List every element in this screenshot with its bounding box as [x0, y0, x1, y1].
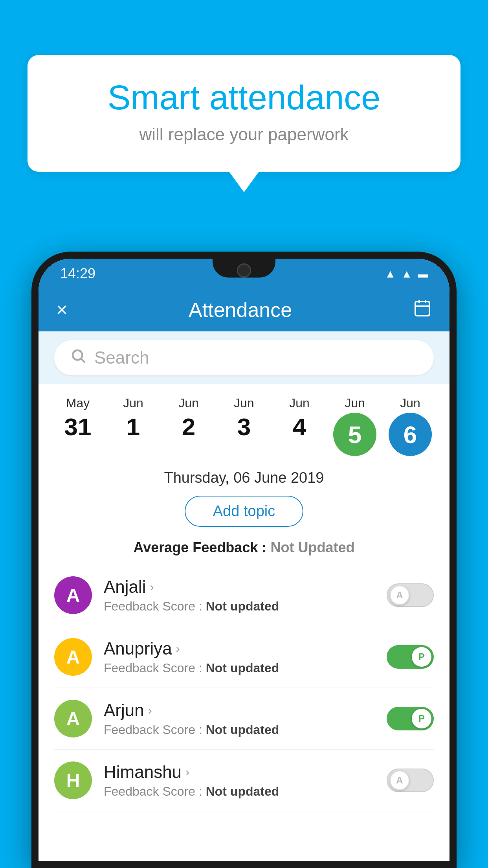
signal-icon [401, 267, 412, 280]
student-avatar: A [54, 576, 92, 614]
student-feedback: Feedback Score : Not updated [104, 723, 375, 737]
calendar-day-5[interactable]: Jun5 [331, 396, 378, 456]
toggle-container[interactable]: P [387, 645, 434, 669]
search-input[interactable]: Search [94, 348, 418, 368]
toggle-knob: P [412, 709, 431, 728]
student-name: Arjun › [104, 701, 375, 720]
cal-day: 4 [293, 413, 306, 441]
cal-month: Jun [234, 396, 254, 410]
student-feedback: Feedback Score : Not updated [104, 599, 375, 614]
toggle-container[interactable]: P [387, 707, 434, 730]
cal-month: Jun [400, 396, 420, 410]
cal-month: Jun [178, 396, 199, 410]
student-info: Anupriya ›Feedback Score : Not updated [104, 639, 375, 675]
cal-month: Jun [345, 396, 365, 410]
calendar-day-6[interactable]: Jun6 [387, 396, 434, 456]
search-bar-container: Search [39, 331, 449, 384]
student-avatar: H [54, 761, 92, 799]
cal-day-selected: 6 [389, 413, 432, 456]
status-icons [385, 267, 428, 280]
wifi-icon [385, 267, 396, 280]
chevron-icon: › [150, 580, 154, 594]
student-name: Anjali › [104, 577, 375, 597]
attendance-toggle[interactable]: A [387, 583, 434, 607]
student-avatar: A [54, 638, 92, 676]
student-info: Anjali ›Feedback Score : Not updated [104, 577, 375, 614]
speech-bubble: Smart attendance will replace your paper… [28, 55, 460, 172]
svg-rect-0 [415, 302, 429, 316]
cal-day: 31 [64, 413, 92, 441]
cal-day: 3 [237, 413, 251, 441]
attendance-toggle[interactable]: P [387, 645, 434, 669]
phone-inner: 14:29 × Attendance [39, 259, 449, 861]
attendance-toggle[interactable]: P [387, 707, 434, 730]
speech-bubble-subtitle: will replace your paperwork [59, 125, 429, 144]
search-icon [70, 348, 86, 368]
feedback-value: Not updated [206, 661, 279, 675]
student-item-1[interactable]: AAnupriya ›Feedback Score : Not updatedP [54, 626, 434, 688]
student-name: Anupriya › [104, 639, 375, 658]
calendar-day-0[interactable]: May31 [54, 396, 101, 441]
toggle-container[interactable]: A [387, 583, 434, 607]
svg-line-5 [81, 359, 84, 362]
student-item-2[interactable]: AArjun ›Feedback Score : Not updatedP [54, 688, 434, 750]
app-bar: × Attendance [39, 288, 449, 331]
chevron-icon: › [176, 642, 180, 655]
add-topic-container: Add topic [39, 492, 449, 535]
student-feedback: Feedback Score : Not updated [104, 661, 375, 675]
calendar-icon[interactable] [413, 298, 432, 322]
toggle-knob: A [390, 585, 409, 605]
feedback-value: Not updated [206, 723, 279, 737]
chevron-icon: › [185, 765, 189, 779]
speech-bubble-title: Smart attendance [59, 79, 429, 117]
calendar-day-2[interactable]: Jun2 [165, 396, 212, 441]
student-item-3[interactable]: HHimanshu ›Feedback Score : Not updatedA [54, 750, 434, 811]
feedback-value: Not updated [206, 599, 279, 613]
attendance-toggle[interactable]: A [387, 769, 434, 792]
cal-day-selected: 5 [333, 413, 376, 456]
selected-date: Thursday, 06 June 2019 [39, 460, 449, 492]
student-info: Arjun ›Feedback Score : Not updated [104, 701, 375, 737]
toggle-knob: A [390, 771, 409, 790]
phone-frame: 14:29 × Attendance [31, 252, 457, 868]
cal-day: 2 [182, 413, 195, 441]
chevron-icon: › [148, 704, 152, 717]
student-item-0[interactable]: AAnjali ›Feedback Score : Not updatedA [54, 565, 434, 626]
toggle-knob: P [412, 647, 431, 667]
calendar-day-3[interactable]: Jun3 [220, 396, 268, 441]
cal-month: Jun [123, 396, 143, 410]
student-avatar: A [54, 700, 92, 737]
camera-dot [237, 263, 251, 278]
close-button[interactable]: × [56, 298, 68, 321]
add-topic-button[interactable]: Add topic [185, 496, 303, 527]
calendar-row: May31Jun1Jun2Jun3Jun4Jun5Jun6 [39, 384, 449, 460]
calendar-day-1[interactable]: Jun1 [110, 396, 157, 441]
phone-notch [213, 259, 275, 278]
toggle-container[interactable]: A [387, 769, 434, 792]
feedback-value: Not updated [206, 784, 279, 798]
avg-value: Not Updated [270, 539, 354, 555]
app-bar-title: Attendance [189, 298, 292, 322]
cal-day: 1 [127, 413, 140, 441]
avg-label: Average Feedback : [134, 539, 271, 555]
speech-bubble-container: Smart attendance will replace your paper… [28, 55, 460, 172]
average-feedback: Average Feedback : Not Updated [39, 535, 449, 565]
status-time: 14:29 [60, 265, 95, 282]
student-info: Himanshu ›Feedback Score : Not updated [104, 762, 375, 799]
cal-month: Jun [289, 396, 310, 410]
student-name: Himanshu › [104, 762, 375, 782]
calendar-day-4[interactable]: Jun4 [276, 396, 323, 441]
cal-month: May [66, 396, 90, 410]
battery-icon [418, 267, 428, 280]
student-list: AAnjali ›Feedback Score : Not updatedAAA… [39, 565, 449, 811]
student-feedback: Feedback Score : Not updated [104, 784, 375, 799]
search-bar[interactable]: Search [54, 340, 434, 375]
